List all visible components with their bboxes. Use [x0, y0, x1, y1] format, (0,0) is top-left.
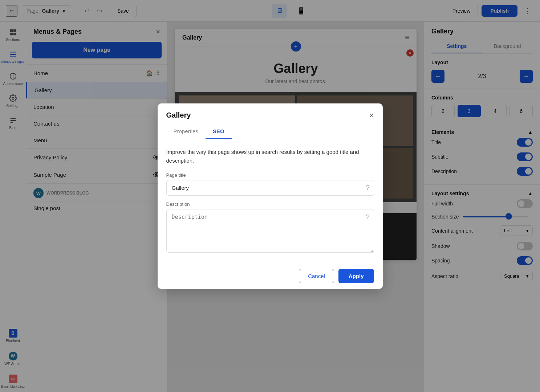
- description-field-wrap: ?: [166, 209, 374, 254]
- modal-footer: Cancel Apply: [158, 263, 383, 289]
- gallery-modal: Gallery × Properties SEO Improve the way…: [158, 103, 383, 289]
- modal-body: Improve the way this page shows up in se…: [158, 139, 383, 263]
- page-title-input[interactable]: [166, 180, 374, 196]
- modal-title: Gallery: [166, 111, 191, 119]
- modal-tab-seo[interactable]: SEO: [206, 124, 232, 139]
- modal-description-text: Improve the way this page shows up in se…: [166, 148, 374, 165]
- description-textarea[interactable]: [166, 209, 374, 253]
- modal-close-button[interactable]: ×: [369, 111, 374, 120]
- modal-header: Gallery ×: [158, 103, 383, 120]
- page-title-label: Page title: [166, 172, 374, 178]
- description-help-icon: ?: [366, 213, 369, 221]
- apply-button[interactable]: Apply: [338, 269, 374, 283]
- cancel-button[interactable]: Cancel: [299, 269, 334, 283]
- help-icon: ?: [366, 184, 369, 192]
- modal-tab-properties[interactable]: Properties: [166, 124, 206, 139]
- description-label: Description: [166, 201, 374, 207]
- modal-tabs: Properties SEO: [166, 124, 374, 139]
- page-title-field-wrap: ?: [166, 180, 374, 196]
- modal-overlay: Gallery × Properties SEO Improve the way…: [0, 0, 540, 392]
